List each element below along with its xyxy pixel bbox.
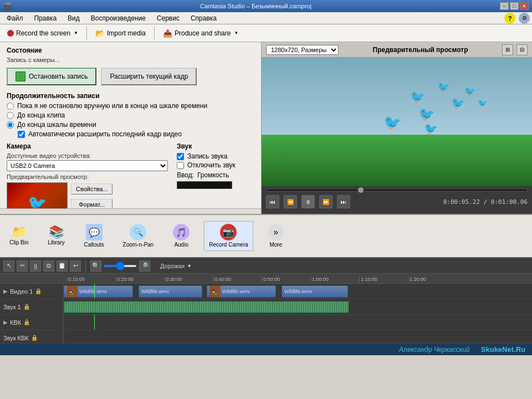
settings-icon[interactable]: ⚙ (519, 13, 530, 24)
tab-more[interactable]: » More (262, 221, 290, 251)
audio1-track-row: Звук 1 🔒 (0, 299, 532, 315)
menu-playback[interactable]: Воспроизведение (86, 13, 150, 23)
duration-radio-2[interactable] (7, 112, 14, 119)
kvk-lock-icon[interactable]: 🔒 (23, 319, 30, 325)
video-clip-2[interactable]: Wildlife.wmv (139, 285, 202, 298)
auto-expand-label: Автоматически расширить последний кадр в… (28, 130, 182, 138)
close-button[interactable]: ✕ (520, 2, 529, 10)
tl-copy-tool[interactable]: ⧉ (43, 260, 54, 272)
format-button[interactable]: Формат... (71, 199, 112, 208)
skip-end-button[interactable]: ⏭ (337, 195, 350, 208)
menu-help[interactable]: Справка (186, 13, 221, 23)
tab-record-camera-label: Record Camera (209, 242, 248, 248)
record-sound-checkbox[interactable] (177, 153, 184, 160)
main-toolbar: Record the screen ▼ 📂 Import media 📤 Pro… (0, 24, 532, 42)
preview-icon-2[interactable]: ⊟ (516, 44, 528, 55)
audio-icon: 🎵 (173, 224, 190, 241)
tab-clip-bin-label: Clip Bin (9, 239, 28, 246)
tab-clip-bin[interactable]: 📁 Clip Bin (4, 223, 33, 249)
properties-button[interactable]: Свойства... (71, 183, 112, 195)
author-text: Александр Черкасский (399, 346, 470, 354)
rewind-button[interactable]: ⏪ (284, 195, 297, 208)
sound-section: Звук Запись звука Отключить звук Ввод: Г… (177, 142, 254, 208)
bird-1: 🐦 (410, 90, 425, 104)
tl-zoom-in[interactable]: 🔎 (139, 260, 150, 272)
camera-section: Камера Доступные видео устройства: USB2.… (7, 142, 168, 208)
tab-audio-label: Audio (174, 242, 188, 248)
bird-scene: 🐦 🐦 🐦 🐦 🐦 🐦 🐦 🐦 (262, 58, 532, 186)
import-media-icon: 📂 (95, 29, 105, 38)
kvk-expand-icon[interactable]: ▶ (3, 319, 8, 325)
minimize-button[interactable]: – (500, 2, 509, 10)
expand-frame-button[interactable]: Расширить текущий кадр (101, 68, 197, 85)
horizontal-scrollbar[interactable] (0, 208, 261, 214)
tab-zoom-pan[interactable]: 🔍 Zoom-n-Pan (118, 221, 159, 251)
auto-expand-checkbox[interactable] (18, 131, 25, 138)
resolution-select[interactable]: 1280x720, Размеры (266, 45, 339, 55)
maximize-button[interactable]: □ (510, 2, 519, 10)
preview-canvas: 🐦 🐦 🐦 🐦 🐦 🐦 🐦 🐦 (262, 58, 532, 186)
playhead (94, 284, 95, 299)
device-select[interactable]: USB2.0 Camera (7, 160, 168, 171)
menu-file[interactable]: Файл (2, 13, 28, 23)
tl-split-tool[interactable]: || (30, 260, 41, 272)
kvk-label: КВК (10, 319, 21, 326)
seek-bar[interactable] (266, 188, 528, 192)
left-panel: Состояние Запись с камеры... Остановить … (0, 42, 262, 214)
produce-share-label: Produce and share (175, 29, 231, 37)
ruler-mark-3: 0:40:00 (213, 277, 262, 282)
ruler-mark-2: 0:30:00 (164, 277, 213, 282)
sound-kvk-lock-icon[interactable]: 🔒 (31, 335, 38, 341)
disable-sound-checkbox[interactable] (177, 162, 184, 169)
track-lock-icon[interactable]: 🔒 (35, 288, 42, 294)
video-clip-3[interactable]: 🦅 Wildlife.wmv (207, 285, 276, 298)
tracks-arrow-icon[interactable]: ▼ (187, 263, 192, 269)
ruler-mark-4: 0:50:00 (262, 277, 310, 282)
tl-undo-tool[interactable]: ↩ (70, 260, 81, 272)
video1-track-content: 🦅 Wildlife.wmv Wildlife.wmv 🦅 Wildlife.w… (64, 284, 532, 299)
clip-thumb-1: 🦅 (66, 286, 78, 297)
app-icon: 🎬 (3, 2, 12, 10)
import-media-button[interactable]: 📂 Import media (90, 26, 151, 40)
stop-icon (16, 71, 25, 81)
tl-paste-tool[interactable]: 📋 (57, 260, 68, 272)
menu-view[interactable]: Вид (63, 13, 84, 23)
clip-thumb-3: 🦅 (209, 286, 221, 297)
video-clip-1[interactable]: 🦅 Wildlife.wmv (64, 285, 133, 298)
video-clip-4[interactable]: Wildlife.wmv (282, 285, 348, 298)
audio1-lock-icon[interactable]: 🔒 (23, 304, 30, 310)
stop-recording-button[interactable]: Остановить запись (7, 68, 96, 85)
skip-start-button[interactable]: ⏮ (266, 195, 279, 208)
track-expand-icon[interactable]: ▶ (3, 288, 8, 294)
preview-icon-1[interactable]: ⊞ (502, 44, 513, 55)
tab-record-camera[interactable]: 📷 Record Camera (204, 221, 253, 251)
duration-option-2-row: До конца клипа (7, 111, 254, 119)
help-icon[interactable]: ? (504, 13, 515, 24)
menu-tools[interactable]: Сервис (152, 13, 184, 23)
duration-radio-1[interactable] (7, 103, 14, 110)
bird-3: 🐦 (451, 96, 465, 110)
produce-share-arrow-icon: ▼ (234, 30, 238, 35)
preview-section-label: Предварительный просмотр: (7, 173, 168, 180)
seek-thumb[interactable] (358, 187, 364, 193)
tab-zoom-pan-label: Zoom-n-Pan (123, 242, 154, 248)
produce-share-button[interactable]: 📤 Produce and share ▼ (158, 26, 243, 40)
toolbar-separator (86, 27, 87, 40)
duration-radio-3[interactable] (7, 121, 14, 129)
tracks-label[interactable]: Дорожки (160, 263, 185, 269)
devices-label: Доступные видео устройства: (7, 152, 168, 159)
fast-forward-button[interactable]: ⏩ (319, 195, 332, 208)
tl-cut-tool[interactable]: ✂ (17, 260, 28, 272)
tl-select-tool[interactable]: ↖ (3, 260, 14, 272)
statusbar: Александр Черкасский SkukeNet.Ru (0, 343, 532, 355)
timeline-area: ↖ ✂ || ⧉ 📋 ↩ 🔍 🔎 Дорожки ▼ 0:10:00 0:20:… (0, 257, 532, 343)
tl-zoom-out[interactable]: 🔍 (90, 260, 101, 272)
zoom-slider[interactable] (104, 265, 137, 267)
pause-button[interactable]: ⏸ (301, 195, 315, 208)
tab-more-label: More (269, 242, 282, 248)
tab-callouts[interactable]: 💬 Callouts (79, 221, 109, 251)
record-screen-button[interactable]: Record the screen ▼ (2, 26, 83, 40)
tab-library[interactable]: 📚 Library (42, 223, 70, 249)
menu-edit[interactable]: Правка (30, 13, 62, 23)
tab-audio[interactable]: 🎵 Audio (167, 221, 195, 251)
